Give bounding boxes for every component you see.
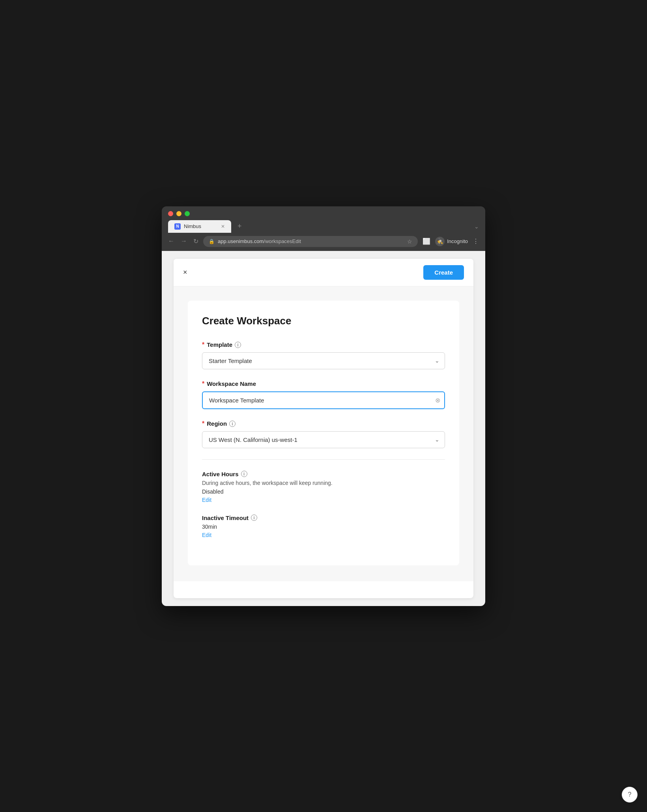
template-info-icon[interactable]: i	[235, 342, 241, 348]
incognito-label: Incognito	[447, 238, 468, 244]
bookmark-icon[interactable]: ☆	[407, 238, 412, 245]
active-hours-section: Active Hours i During active hours, the …	[202, 471, 445, 503]
form-area: Create Workspace * Template i Starter Te…	[174, 286, 473, 581]
active-hours-edit-link[interactable]: Edit	[202, 497, 211, 503]
traffic-light-green[interactable]	[185, 211, 190, 216]
region-group: * Region i US West (N. California) us-we…	[202, 420, 445, 448]
active-hours-value: Disabled	[202, 488, 445, 495]
region-info-icon[interactable]: i	[229, 421, 236, 427]
page-card: × Create Create Workspace * Template i	[174, 259, 473, 598]
page-title: Create Workspace	[202, 315, 445, 327]
help-button[interactable]: ?	[622, 787, 638, 803]
active-hours-desc: During active hours, the workspace will …	[202, 480, 445, 486]
browser-tab[interactable]: N Nimbus ✕	[168, 220, 231, 233]
workspace-name-label-text: Workspace Name	[207, 380, 256, 387]
region-select[interactable]: US West (N. California) us-west-1 US Eas…	[202, 431, 445, 448]
region-label-text: Region	[207, 420, 227, 427]
inactive-timeout-label: Inactive Timeout i	[202, 515, 445, 521]
section-divider	[202, 459, 445, 460]
template-label: * Template i	[202, 341, 445, 348]
create-button[interactable]: Create	[423, 265, 464, 280]
inactive-timeout-edit-link[interactable]: Edit	[202, 532, 211, 538]
traffic-light-yellow[interactable]	[176, 211, 181, 216]
template-group: * Template i Starter Template Workspace …	[202, 341, 445, 369]
clear-input-icon[interactable]: ⊗	[435, 397, 440, 404]
form-inner: Create Workspace * Template i Starter Te…	[188, 301, 459, 565]
menu-icon[interactable]: ⋮	[473, 238, 479, 245]
template-select-wrapper: Starter Template Workspace Template Cust…	[202, 352, 445, 369]
tab-close-icon[interactable]: ✕	[221, 224, 225, 229]
inactive-timeout-info-icon[interactable]: i	[251, 515, 257, 521]
required-star-region: *	[202, 420, 204, 427]
required-star: *	[202, 341, 204, 348]
reload-button[interactable]: ↻	[193, 238, 198, 245]
required-star-name: *	[202, 380, 204, 387]
address-bar: ← → ↻ 🔒 app.usenimbus.com/workspacesEdit…	[162, 233, 485, 251]
incognito-icon: 🕵	[435, 237, 445, 246]
inactive-timeout-section: Inactive Timeout i 30min Edit	[202, 515, 445, 539]
active-hours-label: Active Hours i	[202, 471, 445, 477]
traffic-light-red[interactable]	[168, 211, 173, 216]
workspace-name-input-wrapper: ⊗	[202, 391, 445, 409]
url-text: app.usenimbus.com/workspacesEdit	[218, 238, 404, 244]
workspace-name-group: * Workspace Name ⊗	[202, 380, 445, 409]
lock-icon: 🔒	[209, 239, 215, 244]
workspace-name-input[interactable]	[202, 391, 445, 409]
close-button[interactable]: ×	[183, 268, 187, 277]
template-select[interactable]: Starter Template Workspace Template Cust…	[202, 352, 445, 369]
action-bar: × Create	[174, 259, 473, 286]
inactive-timeout-value: 30min	[202, 524, 445, 530]
page-content: × Create Create Workspace * Template i	[162, 251, 485, 606]
region-select-wrapper: US West (N. California) us-west-1 US Eas…	[202, 431, 445, 448]
tab-title: Nimbus	[184, 223, 218, 229]
workspace-name-label: * Workspace Name	[202, 380, 445, 387]
new-tab-icon[interactable]: +	[234, 221, 245, 232]
help-float: ?	[622, 787, 638, 803]
active-hours-info-icon[interactable]: i	[241, 471, 247, 477]
forward-button[interactable]: →	[181, 238, 187, 245]
tab-chevron-icon[interactable]: ⌄	[474, 223, 479, 230]
url-bar[interactable]: 🔒 app.usenimbus.com/workspacesEdit ☆	[203, 236, 418, 247]
template-label-text: Template	[207, 341, 232, 348]
back-button[interactable]: ←	[168, 238, 174, 245]
split-view-icon[interactable]: ⬜	[423, 238, 430, 245]
tab-favicon: N	[174, 223, 181, 230]
incognito-badge: 🕵 Incognito	[435, 237, 468, 246]
region-label: * Region i	[202, 420, 445, 427]
